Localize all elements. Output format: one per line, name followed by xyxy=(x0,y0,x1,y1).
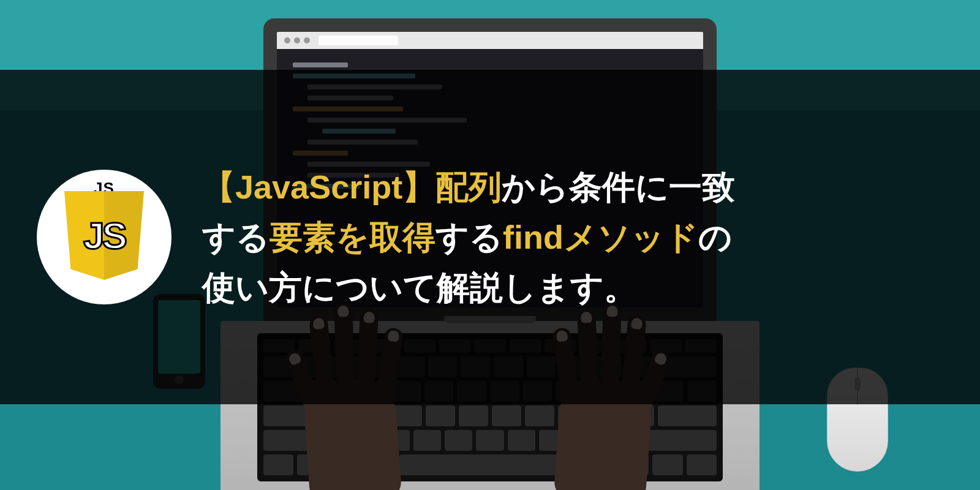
js-shield-text: JS xyxy=(83,214,125,257)
hero-overlay: JS JS 【JavaScript】配列から条件に一致 する要素を取得するfin… xyxy=(0,70,980,404)
headline-hl-1: 【JavaScript】配列 xyxy=(202,168,502,205)
headline-t2c: の xyxy=(698,219,732,255)
headline-t3: 使い方について解説します。 xyxy=(202,269,637,306)
hero-headline: 【JavaScript】配列から条件に一致 する要素を取得するfindメソッドの… xyxy=(202,162,735,312)
headline-hl-3: findメソッド xyxy=(503,219,698,255)
headline-t2b: する xyxy=(435,219,503,255)
headline-t2a: する xyxy=(202,219,270,255)
js-logo-badge: JS JS xyxy=(37,170,172,304)
headline-t1: から条件に一致 xyxy=(502,168,735,205)
browser-chrome xyxy=(277,32,703,49)
headline-hl-2: 要素を取得 xyxy=(270,219,435,255)
